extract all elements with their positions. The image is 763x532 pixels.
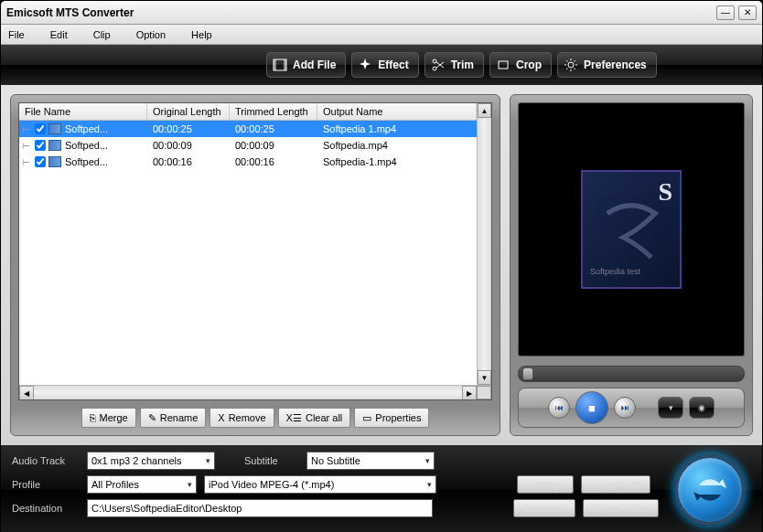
scroll-left-icon[interactable]: ◀	[19, 386, 34, 400]
open-file-button[interactable]: ▾	[658, 397, 683, 419]
destination-label: Destination	[12, 503, 80, 514]
convert-icon	[692, 472, 728, 508]
open-folder-button[interactable]: Open Folder	[583, 499, 659, 517]
crop-button[interactable]: Crop	[489, 52, 552, 78]
next-button[interactable]: ⏭	[614, 397, 636, 419]
file-list: File Name Original Length Trimmed Length…	[18, 102, 492, 400]
table-row[interactable]: ⊢Softped...00:00:0900:00:09Softpedia.mp4	[19, 137, 477, 154]
clear-icon: X☰	[286, 412, 302, 424]
video-file-icon	[48, 123, 61, 134]
scissors-icon	[431, 58, 446, 72]
video-preview[interactable]: S Softpedia test	[518, 102, 745, 356]
row-checkbox[interactable]	[34, 140, 47, 151]
props-icon: ▭	[362, 412, 371, 424]
seek-handle[interactable]	[522, 367, 533, 380]
pencil-icon: ✎	[148, 412, 156, 424]
subtitle-combo[interactable]: No Subtitle	[306, 452, 435, 470]
film-icon	[273, 58, 287, 72]
destination-field[interactable]	[87, 499, 433, 517]
horizontal-scrollbar[interactable]: ◀ ▶	[19, 385, 491, 399]
preview-label: Softpedia test	[590, 267, 640, 276]
apply-to-all-button[interactable]: Apply to all	[581, 475, 650, 494]
clear-all-button[interactable]: X☰Clear all	[278, 408, 351, 428]
file-list-header: File Name Original Length Trimmed Length…	[19, 103, 477, 121]
audiotrack-combo[interactable]: 0x1 mp3 2 channels	[87, 452, 215, 470]
main-window: Emicsoft MTS Converter — ✕ File Edit Cli…	[0, 0, 763, 532]
snapshot-button[interactable]: ◉	[689, 397, 715, 419]
menu-file[interactable]: File	[8, 29, 25, 40]
scroll-right-icon[interactable]: ▶	[462, 386, 477, 400]
list-actions: ⎘Merge ✎Rename XRemove X☰Clear all ▭Prop…	[18, 408, 492, 428]
preview-thumbnail: S Softpedia test	[581, 170, 682, 289]
minimize-button[interactable]: —	[716, 5, 735, 20]
preview-panel: S Softpedia test ⏮ ■ ⏭ ▾ ◉	[510, 94, 753, 436]
vertical-scrollbar[interactable]: ▲ ▼	[477, 103, 491, 385]
svg-point-4	[433, 67, 436, 70]
profile-format-combo[interactable]: iPod Video MPEG-4 (*.mp4)	[204, 475, 436, 494]
menu-help[interactable]: Help	[191, 29, 212, 40]
seek-bar[interactable]	[518, 366, 745, 382]
titlebar: Emicsoft MTS Converter — ✕	[1, 1, 762, 25]
rename-button[interactable]: ✎Rename	[140, 408, 207, 428]
audiotrack-label: Audio Track	[12, 455, 80, 466]
svg-rect-2	[284, 59, 286, 70]
scroll-up-icon[interactable]: ▲	[478, 103, 491, 118]
remove-icon: X	[218, 412, 224, 423]
table-row[interactable]: ⊢Softped...00:00:1600:00:16Softpedia-1.m…	[19, 154, 477, 170]
menu-edit[interactable]: Edit	[50, 29, 68, 40]
preferences-button[interactable]: Preferences	[557, 52, 657, 78]
crop-icon	[496, 58, 510, 72]
merge-button[interactable]: ⎘Merge	[81, 408, 136, 428]
effect-button[interactable]: Effect	[351, 52, 418, 78]
file-list-body[interactable]: ⊢Softped...00:00:2500:00:25Softpedia 1.m…	[19, 121, 477, 385]
svg-point-3	[433, 59, 436, 63]
file-list-panel: File Name Original Length Trimmed Length…	[10, 94, 500, 436]
merge-icon: ⎘	[90, 412, 96, 423]
sparkle-icon	[358, 58, 372, 72]
remove-button[interactable]: XRemove	[210, 408, 274, 428]
subtitle-label: Subtitle	[244, 455, 299, 466]
menu-option[interactable]: Option	[136, 29, 166, 40]
browse-button[interactable]: Browse...	[513, 499, 575, 517]
video-file-icon	[48, 140, 61, 151]
prev-button[interactable]: ⏮	[548, 397, 570, 419]
gear-icon	[564, 58, 578, 72]
svg-rect-5	[499, 61, 508, 69]
settings-button[interactable]: Settings	[517, 475, 574, 494]
window-title: Emicsoft MTS Converter	[6, 6, 134, 19]
menubar: File Edit Clip Option Help	[1, 25, 762, 45]
profile-label: Profile	[12, 479, 80, 490]
stop-button[interactable]: ■	[575, 391, 608, 424]
col-trimmed-length[interactable]: Trimmed Length	[230, 103, 317, 120]
camera-icon: ◉	[698, 403, 705, 412]
col-output-name[interactable]: Output Name	[317, 103, 477, 120]
svg-point-6	[568, 62, 574, 68]
properties-button[interactable]: ▭Properties	[354, 408, 429, 428]
close-button[interactable]: ✕	[738, 5, 757, 20]
menu-clip[interactable]: Clip	[93, 29, 111, 40]
toolbar: Add File Effect Trim Crop Preferences	[1, 45, 762, 85]
row-checkbox[interactable]	[34, 123, 47, 134]
col-original-length[interactable]: Original Length	[147, 103, 230, 120]
svg-rect-1	[274, 59, 276, 70]
scroll-down-icon[interactable]: ▼	[478, 370, 491, 385]
row-checkbox[interactable]	[34, 156, 47, 167]
convert-button[interactable]	[674, 454, 746, 526]
add-file-button[interactable]: Add File	[266, 52, 346, 78]
trim-button[interactable]: Trim	[424, 52, 484, 78]
table-row[interactable]: ⊢Softped...00:00:2500:00:25Softpedia 1.m…	[19, 121, 477, 137]
player-controls: ⏮ ■ ⏭ ▾ ◉	[518, 388, 745, 428]
bottom-panel: Audio Track 0x1 mp3 2 channels Subtitle …	[1, 445, 762, 532]
col-filename[interactable]: File Name	[19, 103, 147, 120]
profile-category-combo[interactable]: All Profiles	[87, 475, 197, 494]
video-file-icon	[48, 156, 61, 167]
